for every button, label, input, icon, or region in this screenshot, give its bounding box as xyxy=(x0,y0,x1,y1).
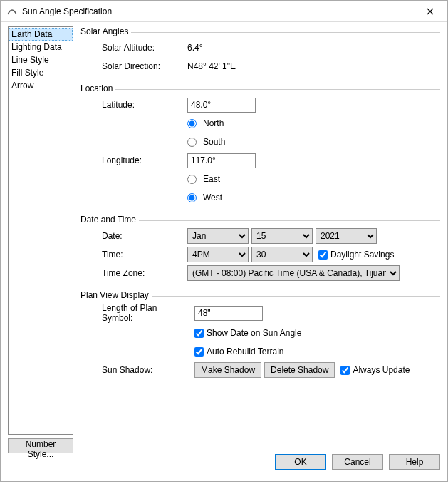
close-button[interactable] xyxy=(416,1,444,21)
time-label: Time: xyxy=(102,250,187,260)
daylight-savings-checkbox[interactable]: Daylight Savings xyxy=(318,247,394,262)
day-select[interactable]: 15 xyxy=(251,228,313,244)
sidebar-item-earth-data[interactable]: Earth Data xyxy=(9,28,73,41)
sidebar-item-line-style[interactable]: Line Style xyxy=(9,53,73,66)
south-label: South xyxy=(203,137,225,147)
latitude-label: Latitude: xyxy=(102,100,187,110)
longitude-input[interactable] xyxy=(187,153,256,168)
sidebar-item-fill-style[interactable]: Fill Style xyxy=(9,66,73,79)
window-title: Sun Angle Specification xyxy=(22,6,416,16)
show-date-checkbox[interactable]: Show Date on Sun Angle xyxy=(194,325,301,341)
sidebar-item-label: Arrow xyxy=(11,81,33,91)
group-date-time: Date and Time Date: Jan 15 2021 Time: 4P… xyxy=(80,215,440,283)
main-panel: Solar Angles Solar Altitude: 6.4° Solar … xyxy=(80,26,440,453)
group-header: Location xyxy=(80,83,113,93)
sidebar-item-label: Lighting Data xyxy=(11,42,62,52)
east-label: East xyxy=(203,174,220,184)
divider xyxy=(115,89,440,90)
minute-select[interactable]: 30 xyxy=(251,247,313,262)
hour-select[interactable]: 4PM xyxy=(187,247,249,262)
north-label: North xyxy=(203,118,224,128)
plan-length-input[interactable] xyxy=(194,306,263,321)
app-icon xyxy=(6,4,18,18)
number-style-button[interactable]: Number Style... xyxy=(8,438,73,453)
group-header: Solar Angles xyxy=(80,26,128,36)
divider xyxy=(152,296,440,297)
date-label: Date: xyxy=(102,231,187,241)
west-radio[interactable]: West xyxy=(187,190,222,205)
south-radio[interactable]: South xyxy=(187,134,225,150)
east-radio[interactable]: East xyxy=(187,171,220,187)
north-radio[interactable]: North xyxy=(187,116,224,131)
dst-label: Daylight Savings xyxy=(330,250,394,260)
titlebar: Sun Angle Specification xyxy=(1,1,447,22)
sidebar-item-label: Line Style xyxy=(11,55,49,65)
group-solar-angles: Solar Angles Solar Altitude: 6.4° Solar … xyxy=(80,26,440,76)
auto-rebuild-checkbox[interactable]: Auto Rebuild Terrain xyxy=(194,344,284,359)
show-date-label: Show Date on Sun Angle xyxy=(207,328,301,338)
auto-rebuild-label: Auto Rebuild Terrain xyxy=(207,347,284,357)
solar-altitude-value: 6.4° xyxy=(187,43,202,53)
plan-length-label: Length of Plan Symbol: xyxy=(102,303,194,323)
sun-shadow-label: Sun Shadow: xyxy=(102,365,194,375)
help-button[interactable]: Help xyxy=(389,454,440,470)
longitude-label: Longitude: xyxy=(102,155,187,165)
solar-direction-label: Solar Direction: xyxy=(102,61,187,71)
west-label: West xyxy=(203,193,222,202)
sidebar-item-lighting-data[interactable]: Lighting Data xyxy=(9,41,73,53)
year-select[interactable]: 2021 xyxy=(316,228,377,244)
group-header: Date and Time xyxy=(80,215,136,225)
sidebar-item-label: Fill Style xyxy=(11,68,43,78)
month-select[interactable]: Jan xyxy=(187,228,249,244)
latitude-input[interactable] xyxy=(187,98,256,113)
timezone-label: Time Zone: xyxy=(102,268,187,278)
group-plan-view: Plan View Display Length of Plan Symbol:… xyxy=(80,290,440,380)
timezone-select[interactable]: (GMT - 08:00) Pacific Time (USA & Canada… xyxy=(187,265,400,281)
group-header: Plan View Display xyxy=(80,290,149,300)
always-update-checkbox[interactable]: Always Update xyxy=(340,362,410,378)
sidebar-item-arrow[interactable]: Arrow xyxy=(9,79,73,92)
make-shadow-button[interactable]: Make Shadow xyxy=(194,362,261,378)
footer: OK Cancel Help xyxy=(1,453,447,476)
delete-shadow-button[interactable]: Delete Shadow xyxy=(264,362,335,378)
solar-direction-value: N48° 42' 1"E xyxy=(187,61,236,71)
divider xyxy=(139,220,440,221)
sidebar: Earth Data Lighting Data Line Style Fill… xyxy=(8,26,73,453)
sidebar-list: Earth Data Lighting Data Line Style Fill… xyxy=(8,26,73,435)
solar-altitude-label: Solar Altitude: xyxy=(102,43,187,53)
divider xyxy=(131,32,440,33)
sidebar-item-label: Earth Data xyxy=(11,29,52,39)
cancel-button[interactable]: Cancel xyxy=(332,454,383,470)
always-update-label: Always Update xyxy=(353,365,410,375)
group-location: Location Latitude: North South Longitude… xyxy=(80,83,440,207)
ok-button[interactable]: OK xyxy=(275,454,326,470)
